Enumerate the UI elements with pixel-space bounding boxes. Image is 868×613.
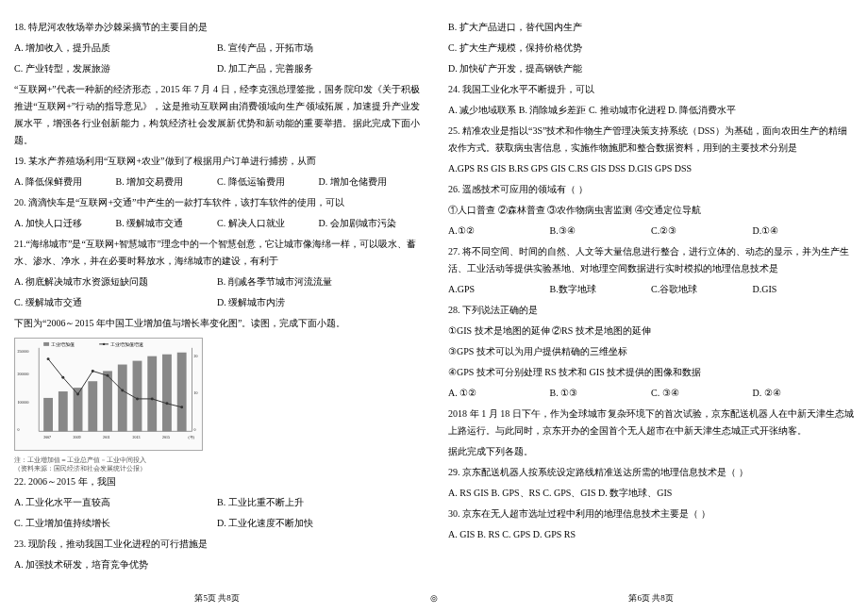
- q22-opts-row2: C. 工业增加值持续增长 D. 工业化速度不断加快: [14, 515, 420, 532]
- q22-opts-row1: A. 工业化水平一直较高 B. 工业比重不断上升: [14, 494, 420, 511]
- q19-optA: A. 降低保鲜费用: [14, 174, 116, 191]
- q27-optD: D.GIS: [753, 281, 855, 298]
- q24-opts: A. 减少地域联系 B. 消除城乡差距 C. 推动城市化进程 D. 降低消费水平: [448, 102, 854, 119]
- footer-right: 第6页 共8页: [434, 590, 868, 605]
- svg-point-26: [103, 343, 105, 345]
- svg-point-18: [107, 374, 109, 377]
- svg-point-17: [92, 370, 94, 373]
- svg-rect-8: [103, 371, 112, 431]
- svg-rect-11: [147, 356, 157, 432]
- svg-rect-7: [88, 381, 97, 431]
- q21-optD: D. 缓解城市内涝: [217, 294, 420, 311]
- q30-stem: 30. 京东在无人超市选址过程中利用的地理信息技术主要是（ ）: [448, 505, 854, 522]
- q28-stem: 28. 下列说法正确的是: [448, 302, 854, 319]
- svg-rect-24: [43, 342, 49, 346]
- footer-left: 第5页 共8页: [0, 590, 434, 605]
- chart-intro: 下图为“2006～2015 年中国工业增加值与增长率变化图”。读图，完成下面小题…: [14, 315, 420, 332]
- left-column: 18. 特尼河农牧场举办沙棘采摘节的主要目的是 A. 增加收入，提升品质 B. …: [0, 0, 434, 613]
- q19-stem: 19. 某水产养殖场利用“互联网+农业”做到了根据用户订单进行捕捞，从而: [14, 153, 420, 170]
- q21-opts-row1: A. 彻底解决城市水资源短缺问题 B. 削减各季节城市河流流量: [14, 273, 420, 290]
- q28-optA: A. ①②: [448, 385, 550, 402]
- q22-stem: 22. 2006～2015 年，我国: [14, 473, 420, 490]
- svg-point-23: [180, 406, 183, 408]
- q28-opts: A. ①② B. ①③ C. ③④ D. ②④: [448, 385, 854, 402]
- q28-item12: ①GIS 技术是地图的延伸 ②RS 技术是地图的延伸: [448, 323, 854, 340]
- q28-item4: ④GPS 技术可分别处理 RS 技术和 GIS 技术提供的图像和数据: [448, 364, 854, 381]
- q30-opts: A. GIS B. RS C. GPS D. GPS RS: [448, 526, 854, 543]
- svg-text:2013: 2013: [133, 435, 141, 439]
- q27-optB: B.数字地球: [550, 281, 652, 298]
- q19-optB: B. 增加交易费用: [116, 174, 218, 191]
- svg-point-15: [61, 376, 64, 379]
- q18-stem: 18. 特尼河农牧场举办沙棘采摘节的主要目的是: [14, 19, 420, 36]
- svg-point-16: [76, 393, 79, 396]
- q28-optD: D. ②④: [753, 385, 855, 402]
- q20-optD: D. 会加剧城市污染: [319, 215, 421, 232]
- svg-text:2011: 2011: [103, 435, 110, 439]
- q26-items: ①人口普查 ②森林普查 ③农作物病虫害监测 ④交通定位导航: [448, 202, 854, 219]
- q22-optB: B. 工业比重不断上升: [217, 494, 420, 511]
- svg-point-21: [151, 397, 154, 400]
- q26-opts: A.①② B.③④ C.②③ D.①④: [448, 223, 854, 240]
- svg-rect-9: [118, 365, 127, 432]
- q20-optC: C. 解决人口就业: [217, 215, 319, 232]
- q22-optA: A. 工业化水平一直较高: [14, 494, 217, 511]
- q22-optC: C. 工业增加值持续增长: [14, 515, 217, 532]
- q19-opts: A. 降低保鲜费用 B. 增加交易费用 C. 降低运输费用 D. 增加仓储费用: [14, 174, 420, 191]
- q23-stem: 23. 现阶段，推动我国工业化进程的可行措施是: [14, 536, 420, 553]
- q25-stem: 25. 精准农业是指以“3S”技术和作物生产管理决策支持系统（DSS）为基础，面…: [448, 123, 854, 157]
- q23-optA: A. 加强技术研发，培育竞争优势: [14, 556, 420, 573]
- right-column: B. 扩大产品进口，替代国内生产 C. 扩大生产规模，保持价格优势 D. 加快矿…: [434, 0, 868, 613]
- svg-text:0: 0: [18, 427, 20, 432]
- chart-svg: 工业增加值 工业增加值增速 2007 2009 2011 2013 2015 (…: [15, 339, 202, 450]
- passage-jd-tail: 据此完成下列各题。: [448, 443, 854, 460]
- svg-rect-5: [58, 391, 68, 431]
- q27-optA: A.GPS: [448, 281, 550, 298]
- q27-optC: C.谷歌地球: [651, 281, 753, 298]
- svg-point-22: [165, 402, 168, 405]
- svg-text:20: 20: [193, 354, 197, 358]
- svg-text:2015: 2015: [162, 435, 170, 439]
- q28-optB: B. ①③: [550, 385, 652, 402]
- q26-optC: C.②③: [651, 223, 753, 240]
- svg-text:(年): (年): [189, 435, 195, 439]
- q29-stem: 29. 京东配送机器人按系统设定路线精准送达所需的地理信息技术是（ ）: [448, 464, 854, 481]
- binding-mark: ◎: [430, 590, 438, 605]
- q21-optA: A. 彻底解决城市水资源短缺问题: [14, 273, 217, 290]
- svg-rect-12: [162, 355, 172, 432]
- q18-optD: D. 加工产品，完善服务: [217, 60, 420, 77]
- q18-opts-row1: A. 增加收入，提升品质 B. 宣传产品，开拓市场: [14, 40, 420, 57]
- q23-optD: D. 加快矿产开发，提高钢铁产能: [448, 60, 854, 77]
- q27-stem: 27. 将不同空间、时间的自然、人文等大量信息进行整合，进行立体的、动态的显示，…: [448, 243, 854, 277]
- q20-opts: A. 加快人口迁移 B. 缓解城市交通 C. 解决人口就业 D. 会加剧城市污染: [14, 215, 420, 232]
- q29-opts: A. RS GIS B. GPS、RS C. GPS、GIS D. 数字地球、G…: [448, 485, 854, 502]
- q26-optD: D.①④: [753, 223, 855, 240]
- q20-optB: B. 缓解城市交通: [116, 215, 218, 232]
- q22-optD: D. 工业化速度不断加快: [217, 515, 420, 532]
- q19-optD: D. 增加仓储费用: [319, 174, 421, 191]
- q26-optB: B.③④: [550, 223, 652, 240]
- svg-rect-13: [177, 353, 187, 432]
- svg-point-19: [121, 389, 124, 392]
- passage-internet-plus: “互联网+”代表一种新的经济形态，2015 年 7 月 4 日，经李克强总理签批…: [14, 81, 420, 149]
- q21-opts-row2: C. 缓解城市交通 D. 缓解城市内涝: [14, 294, 420, 311]
- q23-optB: B. 扩大产品进口，替代国内生产: [448, 19, 854, 36]
- q24-stem: 24. 我国工业化水平不断提升，可以: [448, 81, 854, 98]
- q27-opts: A.GPS B.数字地球 C.谷歌地球 D.GIS: [448, 281, 854, 298]
- svg-rect-4: [43, 398, 53, 431]
- passage-jd-robot: 2018 年 1 月 18 日下午，作为全球城市复杂环境下的首次试验，京东配送机…: [448, 406, 854, 439]
- svg-text:0: 0: [193, 427, 195, 432]
- svg-text:250000: 250000: [18, 349, 29, 354]
- svg-text:10: 10: [193, 390, 197, 395]
- svg-point-20: [136, 397, 139, 400]
- industrial-value-chart: 工业增加值 工业增加值增速 2007 2009 2011 2013 2015 (…: [14, 338, 203, 451]
- q28-item3: ③GPS 技术可以为用户提供精确的三维坐标: [448, 343, 854, 360]
- q28-optC: C. ③④: [651, 385, 753, 402]
- q25-opts: A.GPS RS GIS B.RS GPS GIS C.RS GIS DSS D…: [448, 160, 854, 177]
- svg-text:2009: 2009: [74, 435, 81, 439]
- q20-stem: 20. 滴滴快车是“互联网+交通”中产生的一款打车软件，该打车软件的使用，可以: [14, 194, 420, 211]
- q19-optC: C. 降低运输费用: [217, 174, 319, 191]
- q21-optC: C. 缓解城市交通: [14, 294, 217, 311]
- legend-line: 工业增加值增速: [110, 341, 143, 347]
- q23-optC: C. 扩大生产规模，保持价格优势: [448, 40, 854, 57]
